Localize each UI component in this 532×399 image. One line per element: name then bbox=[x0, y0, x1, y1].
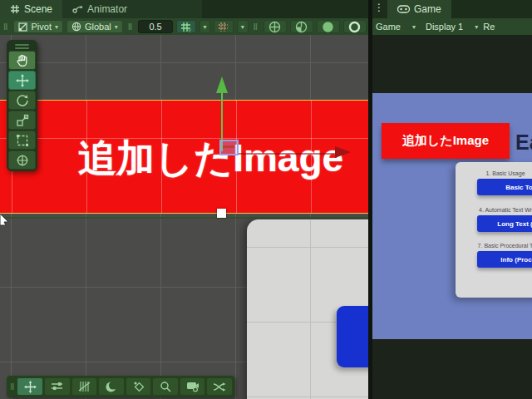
game-pane: ⋮ Game Game ▾ Display 1 ▾ Re bbox=[372, 0, 532, 399]
tab-animator-label: Animator bbox=[87, 3, 127, 15]
long-text-button[interactable]: Long Text (Wrappi bbox=[477, 215, 532, 232]
crescent-icon bbox=[105, 381, 117, 393]
bottom-settings-button[interactable] bbox=[44, 377, 71, 396]
pivot-caret: ▾ bbox=[55, 23, 58, 31]
panel-caption: 7. Basic Procedural T bbox=[456, 243, 532, 249]
move-icon bbox=[24, 381, 37, 393]
grid-snap-caret[interactable]: ▾ bbox=[237, 20, 248, 33]
display-label: Display 1 bbox=[426, 22, 463, 32]
scene-bottom-overlay: ‖ bbox=[7, 376, 234, 397]
scene-object-underline bbox=[0, 217, 368, 219]
panel-caption: 4. Automatic Text Wr bbox=[456, 207, 532, 213]
scale-tool-button[interactable] bbox=[8, 111, 36, 130]
grid-snap-icon bbox=[218, 22, 229, 32]
toolbar-grip[interactable]: ‖ bbox=[2, 22, 10, 32]
bottom-move-button[interactable] bbox=[17, 377, 43, 396]
game-tabbar: ⋮ Game bbox=[372, 0, 532, 18]
global-dropdown[interactable]: Global ▾ bbox=[66, 20, 123, 33]
pane-menu-kebab[interactable]: ⋮ bbox=[372, 0, 387, 18]
scene-audio-button[interactable] bbox=[317, 20, 340, 33]
hand-icon bbox=[16, 54, 29, 66]
camera-icon bbox=[186, 381, 200, 392]
bottom-overlay-handle[interactable]: ‖ bbox=[8, 382, 16, 392]
game-added-image-button[interactable]: 追加したImage bbox=[382, 123, 510, 159]
rect-tool-icon bbox=[16, 134, 29, 147]
global-label: Global bbox=[85, 22, 111, 32]
unity-editor: Scene Animator ‖ Pivot bbox=[0, 0, 532, 399]
scene-pane: Scene Animator ‖ Pivot bbox=[0, 0, 368, 399]
global-caret: ▾ bbox=[115, 23, 118, 31]
grid-axis-button[interactable]: Y bbox=[176, 20, 196, 33]
scene-grid-icon bbox=[10, 4, 20, 14]
grid-hatch-icon bbox=[78, 381, 91, 392]
circle-cross-icon bbox=[268, 21, 281, 33]
bottom-shuffle-button[interactable] bbox=[206, 377, 233, 396]
bottom-search-button[interactable] bbox=[152, 377, 179, 396]
sliders-icon bbox=[51, 381, 63, 392]
svg-text:Y: Y bbox=[188, 28, 191, 32]
mouse-cursor bbox=[0, 210, 12, 227]
pivot-icon bbox=[18, 22, 27, 32]
toolbar-grip-3[interactable]: ‖ bbox=[252, 22, 260, 32]
gamepad-icon bbox=[397, 5, 410, 13]
tab-game-label: Game bbox=[414, 3, 441, 15]
bottom-camera-button[interactable] bbox=[180, 377, 206, 396]
search-icon bbox=[160, 381, 171, 392]
circle-filled-icon bbox=[322, 21, 334, 33]
game-target-dropdown[interactable]: Game ▾ bbox=[376, 22, 416, 32]
circle-ring-icon bbox=[348, 21, 361, 33]
game-target-label: Game bbox=[376, 22, 401, 32]
scene-effects-button[interactable] bbox=[343, 20, 367, 33]
grid-size-field[interactable]: 0.5 bbox=[138, 20, 173, 33]
aspect-dropdown-truncated[interactable]: Re bbox=[483, 22, 495, 32]
basic-tooltip-button[interactable]: Basic Tooltip bbox=[477, 179, 532, 195]
bottom-render-mode-button[interactable] bbox=[98, 377, 125, 396]
anchor-handle[interactable] bbox=[217, 209, 226, 218]
tab-game[interactable]: Game bbox=[387, 0, 451, 18]
scene-camera-settings-button[interactable] bbox=[264, 20, 287, 33]
bottom-gizmos-button[interactable] bbox=[126, 377, 152, 396]
scene-blue-button-object[interactable] bbox=[337, 306, 368, 367]
grid-axis-caret[interactable]: ▾ bbox=[200, 20, 210, 33]
hand-tool-button[interactable] bbox=[8, 51, 36, 70]
tab-scene[interactable]: Scene bbox=[0, 0, 62, 18]
display-dropdown[interactable]: Display 1 ▾ bbox=[426, 22, 478, 32]
tools-overlay bbox=[7, 40, 37, 171]
animator-icon bbox=[72, 4, 83, 14]
toolbar-grip-2[interactable]: ‖ bbox=[126, 22, 135, 32]
game-title-text: Ea bbox=[515, 131, 532, 155]
grid-snap-button[interactable] bbox=[214, 20, 234, 33]
scene-toolbar: ‖ Pivot ▾ Global ▾ ‖ 0.5 bbox=[0, 18, 368, 35]
rect-tool-button[interactable] bbox=[8, 131, 36, 150]
game-render-area: 追加したImage Ea 1. Basic Usage Basic Toolti… bbox=[372, 93, 532, 339]
globe-icon bbox=[71, 22, 81, 32]
tab-animator[interactable]: Animator bbox=[62, 0, 202, 18]
rotate-tool-button[interactable] bbox=[8, 91, 36, 110]
tools-overlay-handle[interactable] bbox=[8, 42, 36, 50]
gizmo-y-arrowhead[interactable] bbox=[216, 76, 228, 93]
gizmo-x-axis[interactable] bbox=[239, 153, 337, 155]
scene-lighting-button[interactable] bbox=[290, 20, 313, 33]
rotate-icon bbox=[16, 94, 29, 107]
transform-tool-button[interactable] bbox=[8, 150, 36, 170]
shuffle-icon bbox=[213, 382, 226, 392]
panel-caption: 1. Basic Usage bbox=[456, 170, 532, 176]
gizmo-xy-tick bbox=[223, 145, 234, 148]
move-tool-button[interactable] bbox=[8, 71, 36, 90]
pivot-dropdown[interactable]: Pivot ▾ bbox=[13, 20, 62, 33]
scale-icon bbox=[16, 114, 29, 127]
game-toolbar: Game ▾ Display 1 ▾ Re bbox=[372, 18, 532, 35]
scene-image-text: 追加したImage bbox=[78, 133, 343, 185]
grid-y-icon: Y bbox=[180, 22, 192, 32]
bottom-grid-button[interactable] bbox=[71, 377, 98, 396]
gizmo-x-arrowhead[interactable] bbox=[335, 146, 351, 158]
gizmo-xy-plane-handle[interactable] bbox=[219, 140, 239, 155]
info-procedural-button[interactable]: Info (Procedural bbox=[477, 251, 532, 268]
circle-half-icon bbox=[295, 21, 308, 33]
game-viewport: 追加したImage Ea 1. Basic Usage Basic Toolti… bbox=[372, 35, 532, 399]
transform-icon bbox=[16, 154, 29, 167]
game-tooltip-panel: 1. Basic Usage Basic Tooltip 4. Automati… bbox=[456, 162, 532, 298]
scene-viewport[interactable]: 追加したImage bbox=[0, 35, 368, 399]
tab-scene-label: Scene bbox=[24, 3, 52, 15]
pivot-label: Pivot bbox=[31, 22, 51, 32]
